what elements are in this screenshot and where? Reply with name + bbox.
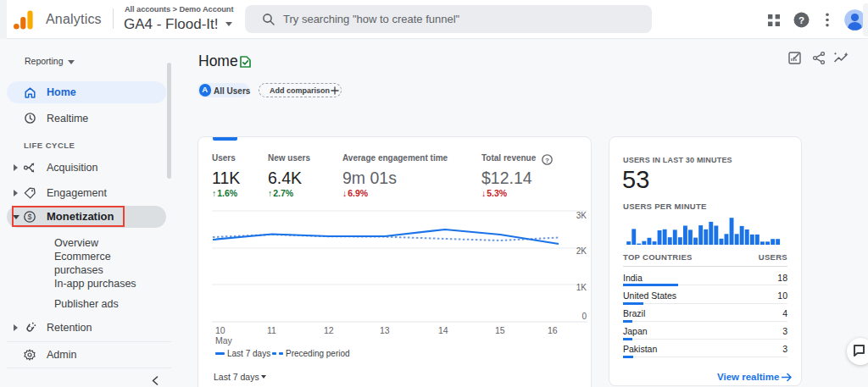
svg-text:?: ? xyxy=(798,15,804,25)
svg-text:$: $ xyxy=(27,213,31,221)
svg-text:?: ? xyxy=(545,156,549,163)
